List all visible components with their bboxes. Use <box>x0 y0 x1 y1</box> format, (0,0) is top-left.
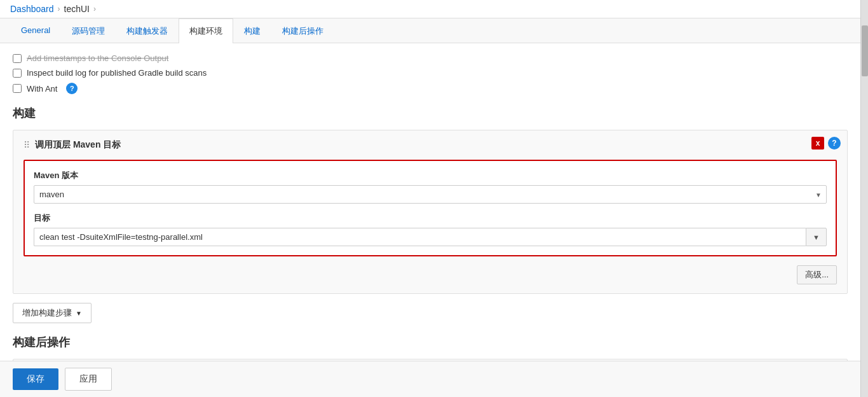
save-button[interactable]: 保存 <box>13 368 58 390</box>
build-section-title: 构建 <box>13 106 848 121</box>
breadcrumb-arrow: › <box>93 4 96 13</box>
checkbox-ant-label: With Ant <box>27 84 57 94</box>
card-title: 调用顶层 Maven 目标 <box>35 139 121 151</box>
build-card: ⠿ 调用顶层 Maven 目标 x ? Maven 版本 maven maven… <box>13 130 848 294</box>
goals-dropdown-button[interactable]: ▼ <box>806 228 827 246</box>
add-build-step-button[interactable]: 增加构建步骤 ▼ <box>13 303 92 323</box>
goals-input-wrapper: ▼ <box>34 228 827 246</box>
maven-version-label: Maven 版本 <box>34 170 827 181</box>
post-build-section-title: 构建后操作 <box>13 335 848 350</box>
tab-post[interactable]: 构建后操作 <box>271 18 334 43</box>
checkbox-row-1: Add timestamps to the Console Output <box>13 53 848 63</box>
card-header: ⠿ 调用顶层 Maven 目标 <box>24 139 837 151</box>
checkbox-gradle-label: Inspect build log for published Gradle b… <box>27 68 207 78</box>
card-actions: x ? <box>811 137 841 150</box>
maven-version-select[interactable]: maven maven3 default <box>34 185 827 204</box>
checkbox-row-3: With Ant ? <box>13 83 848 94</box>
breadcrumb-current: techUI <box>64 4 90 14</box>
goals-input[interactable] <box>34 228 806 246</box>
apply-button[interactable]: 应用 <box>65 368 112 391</box>
drag-handle-icon[interactable]: ⠿ <box>24 140 30 150</box>
content-panel: Add timestamps to the Console Output Ins… <box>0 43 860 397</box>
ant-help-icon[interactable]: ? <box>66 83 78 94</box>
delete-build-card-button[interactable]: x <box>811 137 824 150</box>
breadcrumb-sep1: › <box>58 4 60 13</box>
tab-general[interactable]: General <box>10 18 61 43</box>
tab-trigger[interactable]: 构建触发器 <box>116 18 179 43</box>
build-card-help-icon[interactable]: ? <box>828 137 841 150</box>
breadcrumb-dashboard[interactable]: Dashboard <box>10 4 54 14</box>
add-step-wrapper: 增加构建步骤 ▼ <box>13 303 848 323</box>
maven-config-box: Maven 版本 maven maven3 default ▼ 目标 ▼ <box>24 160 837 256</box>
tab-env[interactable]: 构建环境 <box>179 18 233 43</box>
advanced-btn-wrapper: 高级... <box>24 265 837 284</box>
tabs-bar: General 源码管理 构建触发器 构建环境 构建 构建后操作 <box>0 18 860 43</box>
checkbox-gradle[interactable] <box>13 69 22 78</box>
checkbox-ant[interactable] <box>13 84 22 93</box>
add-build-step-label: 增加构建步骤 <box>22 307 72 319</box>
scrollbar-thumb[interactable] <box>862 25 868 76</box>
scrollbar[interactable] <box>860 0 868 397</box>
add-step-arrow-icon: ▼ <box>76 310 82 317</box>
checkbox-timestamps[interactable] <box>13 54 22 63</box>
breadcrumb-bar: Dashboard › techUI › <box>0 0 868 18</box>
tab-build[interactable]: 构建 <box>233 18 271 43</box>
checkbox-timestamps-label: Add timestamps to the Console Output <box>27 53 168 63</box>
checkbox-row-2: Inspect build log for published Gradle b… <box>13 68 848 78</box>
main-wrapper: General 源码管理 构建触发器 构建环境 构建 构建后操作 Add tim… <box>0 18 860 397</box>
goals-label: 目标 <box>34 212 827 224</box>
tab-source[interactable]: 源码管理 <box>61 18 116 43</box>
advanced-button[interactable]: 高级... <box>797 265 837 284</box>
bottom-action-bar: 保存 应用 <box>0 361 860 397</box>
maven-version-select-wrapper: maven maven3 default ▼ <box>34 185 827 204</box>
